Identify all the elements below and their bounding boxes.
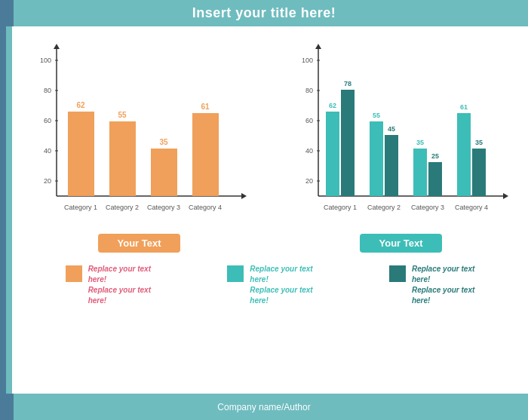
svg-text:Category 3: Category 3	[410, 204, 444, 211]
legend-text-2: Replace your texthere!Replace your texth…	[250, 264, 312, 306]
svg-text:Category 3: Category 3	[146, 204, 180, 211]
chart-left-svg: 100 80 60 40 20	[30, 38, 249, 226]
svg-text:Category 4: Category 4	[188, 204, 221, 211]
bar-right-s2-3	[428, 162, 442, 196]
svg-text:Category 1: Category 1	[323, 204, 356, 211]
main-content: 100 80 60 40 20	[12, 26, 528, 394]
header: Insert your title here!	[0, 0, 528, 26]
bar-right-s1-1	[326, 112, 339, 196]
svg-text:Category 2: Category 2	[105, 204, 138, 211]
footer-text: Company name/Author	[217, 402, 310, 412]
bar-left-1	[68, 112, 94, 196]
svg-text:62: 62	[328, 102, 336, 109]
bar-left-2	[109, 121, 136, 196]
legend-box-teal-dark	[389, 265, 406, 282]
svg-text:35: 35	[474, 139, 482, 146]
bar-right-s2-4	[472, 149, 486, 196]
svg-marker-3	[241, 193, 247, 199]
chart-left: 100 80 60 40 20	[26, 38, 253, 253]
legend-box-teal-light	[227, 265, 244, 282]
svg-text:Category 2: Category 2	[367, 204, 400, 211]
svg-text:100: 100	[39, 57, 51, 64]
svg-text:61: 61	[459, 103, 467, 111]
chart-right: 100 80 60 40 20 62 78 Category 1	[288, 38, 514, 253]
footer: Company name/Author	[0, 394, 528, 420]
svg-text:60: 60	[43, 117, 51, 124]
svg-text:20: 20	[43, 177, 51, 185]
bar-right-s2-2	[385, 135, 398, 196]
svg-text:55: 55	[372, 112, 379, 119]
chart-right-area: 100 80 60 40 20 62 78 Category 1	[292, 38, 511, 226]
svg-marker-24	[315, 44, 321, 49]
svg-text:35: 35	[159, 138, 168, 146]
bar-right-s1-3	[413, 149, 427, 196]
svg-text:78: 78	[343, 80, 351, 87]
svg-marker-2	[54, 44, 60, 49]
svg-text:55: 55	[118, 111, 127, 119]
legend-item-1: Replace your texthere!Replace your texth…	[66, 264, 151, 306]
legend-box-orange	[66, 265, 82, 282]
svg-text:62: 62	[76, 101, 85, 109]
svg-marker-25	[503, 193, 508, 199]
legend-text-1: Replace your texthere!Replace your texth…	[88, 264, 151, 306]
charts-row: 100 80 60 40 20	[12, 38, 528, 253]
bar-left-3	[151, 149, 177, 196]
chart-left-area: 100 80 60 40 20	[30, 38, 249, 226]
svg-text:61: 61	[201, 103, 210, 111]
svg-text:60: 60	[305, 117, 312, 124]
svg-text:100: 100	[301, 57, 312, 64]
svg-text:20: 20	[305, 177, 312, 185]
svg-text:35: 35	[416, 139, 423, 146]
svg-text:40: 40	[305, 147, 312, 155]
left-badge: Your Text	[98, 234, 180, 253]
svg-text:40: 40	[43, 147, 51, 155]
legend-item-3: Replace your texthere!Replace your texth…	[389, 264, 474, 306]
bar-left-4	[192, 113, 219, 196]
legend-item-2: Replace your texthere!Replace your texth…	[227, 264, 312, 306]
page-title: Insert your title here!	[192, 5, 336, 21]
svg-text:Category 1: Category 1	[63, 204, 97, 211]
bar-right-s1-2	[370, 121, 383, 196]
legend-text-3: Replace your texthere!Replace your texth…	[412, 264, 474, 306]
right-badge: Your Text	[360, 234, 441, 253]
svg-text:45: 45	[387, 125, 394, 133]
left-accent-bar-teal	[6, 26, 12, 394]
legend-row: Replace your texthere!Replace your texth…	[12, 264, 528, 306]
bar-right-s1-4	[457, 113, 471, 196]
svg-text:Category 4: Category 4	[454, 204, 487, 211]
chart-right-svg: 100 80 60 40 20 62 78 Category 1	[292, 38, 511, 226]
svg-text:80: 80	[43, 87, 51, 94]
bar-right-s2-1	[341, 90, 355, 196]
svg-text:80: 80	[305, 87, 312, 94]
svg-text:25: 25	[431, 152, 438, 160]
left-accent-bar	[0, 26, 6, 394]
